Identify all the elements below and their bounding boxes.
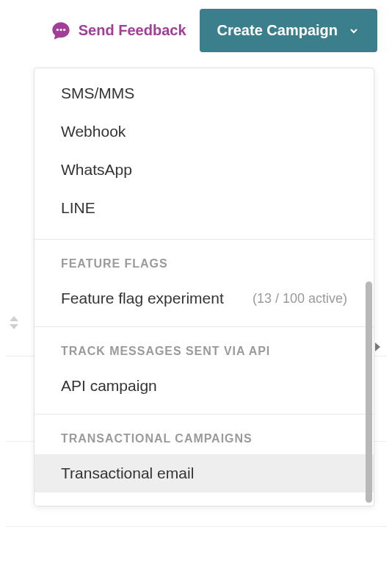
menu-item-label: API campaign [61,377,157,395]
menu-item-transactional-email[interactable]: Transactional email [35,454,374,492]
campaign-type-dropdown: SMS/MMS Webhook WhatsApp LINE FEATURE FL… [34,68,374,506]
svg-point-0 [56,28,58,30]
svg-marker-3 [10,316,18,321]
chevron-down-icon [348,25,360,37]
svg-point-1 [59,28,62,30]
section-header-api-track: TRACK MESSAGES SENT VIA API [35,327,374,367]
menu-item-line[interactable]: LINE [35,189,374,227]
svg-marker-4 [10,324,18,329]
bg-divider [0,526,392,527]
section-header-feature-flags: FEATURE FLAGS [35,240,374,279]
menu-item-label: SMS/MMS [61,85,134,102]
menu-item-meta: (13 / 100 active) [253,291,347,306]
caret-right-icon [375,343,380,351]
menu-item-api-campaign[interactable]: API campaign [35,367,374,405]
section-header-transactional: TRANSACTIONAL CAMPAIGNS [35,415,374,454]
menu-item-label: Feature flag experiment [61,290,224,307]
svg-point-2 [63,28,65,30]
menu-item-label: LINE [61,199,95,217]
menu-item-label: Webhook [61,123,126,140]
menu-item-webhook[interactable]: Webhook [35,112,374,151]
menu-item-whatsapp[interactable]: WhatsApp [35,151,374,189]
menu-item-sms-mms[interactable]: SMS/MMS [35,74,374,112]
chat-dots-icon [51,21,71,41]
sort-icon [9,316,19,329]
send-feedback-label: Send Feedback [79,22,186,39]
menu-item-label: WhatsApp [61,161,132,179]
create-campaign-label: Create Campaign [217,22,338,39]
send-feedback-link[interactable]: Send Feedback [51,21,186,41]
header-toolbar: Send Feedback Create Campaign [0,0,392,52]
create-campaign-button[interactable]: Create Campaign [200,9,378,52]
scrollbar[interactable] [366,282,372,503]
menu-item-label: Transactional email [61,465,194,482]
menu-item-feature-flag-experiment[interactable]: Feature flag experiment (13 / 100 active… [35,279,374,318]
